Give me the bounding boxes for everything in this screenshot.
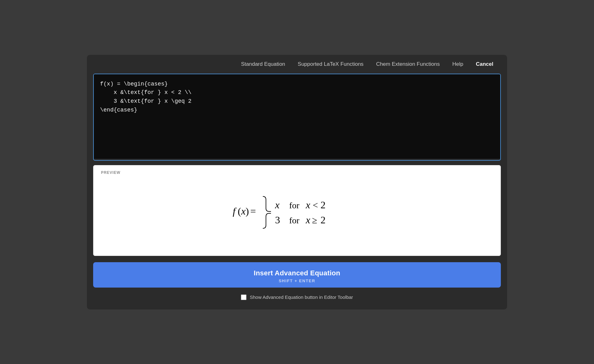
svg-text:2: 2 bbox=[321, 199, 326, 211]
nav-cancel[interactable]: Cancel bbox=[469, 59, 500, 69]
preview-wrapper: PREVIEW f ( x ) = x for x < 2 3 bbox=[93, 165, 501, 256]
equation-editor-modal: Standard Equation Supported LaTeX Functi… bbox=[87, 55, 507, 309]
nav-help[interactable]: Help bbox=[446, 59, 469, 69]
svg-text:≥: ≥ bbox=[312, 215, 317, 225]
nav-standard-equation[interactable]: Standard Equation bbox=[235, 59, 291, 69]
svg-text:for: for bbox=[289, 216, 300, 225]
preview-label: PREVIEW bbox=[101, 170, 493, 175]
insert-btn-wrapper: Insert Advanced Equation SHIFT + ENTER bbox=[93, 262, 501, 288]
editor-wrapper: f(x) = \begin{cases} x &\text{for } x < … bbox=[93, 74, 501, 161]
insert-btn-main-label: Insert Advanced Equation bbox=[254, 269, 340, 277]
svg-text:3: 3 bbox=[275, 214, 280, 226]
insert-btn-sub-label: SHIFT + ENTER bbox=[279, 278, 316, 283]
nav-supported-latex[interactable]: Supported LaTeX Functions bbox=[291, 59, 370, 69]
top-nav: Standard Equation Supported LaTeX Functi… bbox=[87, 55, 507, 74]
svg-text:<: < bbox=[313, 200, 318, 210]
insert-advanced-equation-button[interactable]: Insert Advanced Equation SHIFT + ENTER bbox=[93, 262, 501, 288]
svg-text:=: = bbox=[250, 205, 256, 217]
equation-preview-svg: f ( x ) = x for x < 2 3 for x ≥ 2 bbox=[230, 192, 364, 233]
svg-text:x: x bbox=[241, 205, 246, 217]
svg-text:x: x bbox=[305, 199, 310, 211]
checkbox-row: Show Advanced Equation button in Editor … bbox=[87, 293, 507, 300]
show-advanced-equation-checkbox[interactable] bbox=[241, 294, 247, 300]
preview-content: f ( x ) = x for x < 2 3 for x ≥ 2 bbox=[101, 178, 493, 247]
svg-text:(: ( bbox=[238, 205, 241, 217]
svg-text:): ) bbox=[246, 205, 249, 217]
svg-text:2: 2 bbox=[321, 214, 326, 226]
svg-text:x: x bbox=[275, 199, 279, 211]
checkbox-label[interactable]: Show Advanced Equation button in Editor … bbox=[250, 294, 353, 300]
nav-chem-extension[interactable]: Chem Extension Functions bbox=[370, 59, 446, 69]
svg-text:x: x bbox=[305, 214, 310, 226]
svg-text:for: for bbox=[289, 200, 300, 210]
svg-text:f: f bbox=[233, 205, 237, 217]
latex-editor[interactable]: f(x) = \begin{cases} x &\text{for } x < … bbox=[94, 74, 500, 159]
